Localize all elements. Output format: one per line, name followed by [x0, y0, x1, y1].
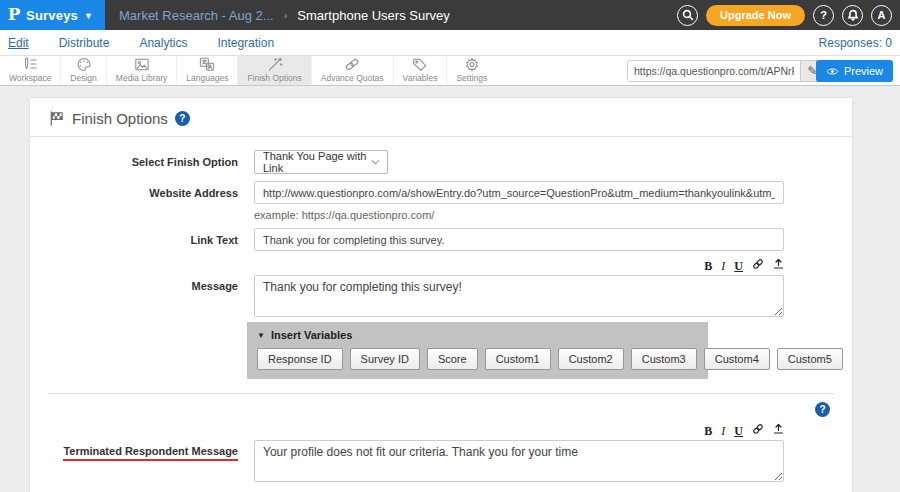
- link-text-row: Link Text: [30, 228, 852, 251]
- website-address-label: Website Address: [30, 181, 238, 199]
- website-address-input[interactable]: [254, 181, 784, 204]
- terminated-message-textarea[interactable]: Your profile does not fit our criteria. …: [254, 440, 784, 482]
- help-button[interactable]: ?: [813, 5, 834, 26]
- toolbar-item-design[interactable]: Design: [60, 56, 105, 85]
- upload-icon: [773, 258, 784, 270]
- select-finish-option-label: Select Finish Option: [30, 150, 238, 168]
- settings-icon: [463, 57, 481, 72]
- toolbar-item-advance-quotas[interactable]: Advance Quotas: [311, 56, 393, 85]
- survey-url-box: ✎: [627, 60, 825, 82]
- caret-down-icon: ▼: [257, 331, 265, 340]
- terminated-help-icon[interactable]: ?: [815, 402, 830, 417]
- brand-name: Surveys: [26, 8, 78, 23]
- languages-icon: [198, 57, 216, 72]
- toolbar-item-finish-options[interactable]: Finish Options: [237, 56, 310, 85]
- preview-label: Preview: [844, 65, 883, 77]
- breadcrumb-separator-icon: ›: [284, 9, 288, 21]
- breadcrumb-folder[interactable]: Market Research - Aug 2...: [119, 8, 274, 23]
- message-row: Message B I U: [30, 258, 852, 379]
- message-editor-toolbar: B I U: [254, 258, 784, 273]
- workspace-icon: [21, 57, 39, 72]
- variable-buttons: Response ID Survey ID Score Custom1 Cust…: [257, 348, 698, 370]
- search-button[interactable]: [677, 5, 698, 26]
- select-finish-option-row: Select Finish Option Thank You Page with…: [30, 150, 852, 174]
- finish-options-card: Finish Options ? Select Finish Option Th…: [30, 98, 852, 492]
- variable-button-custom1[interactable]: Custom1: [485, 348, 551, 370]
- italic-button[interactable]: I: [721, 425, 725, 437]
- terminated-editor-toolbar: B I U: [254, 423, 784, 438]
- tab-distribute[interactable]: Distribute: [59, 36, 110, 50]
- eye-icon: [826, 67, 839, 76]
- toolbar-item-languages[interactable]: Languages: [176, 56, 237, 85]
- variable-button-custom4[interactable]: Custom4: [704, 348, 770, 370]
- variable-button-custom5[interactable]: Custom5: [777, 348, 843, 370]
- variable-button-custom2[interactable]: Custom2: [558, 348, 624, 370]
- breadcrumb-survey-name: Smartphone Users Survey: [297, 8, 449, 23]
- toolbar-item-media-library[interactable]: Media Library: [106, 56, 177, 85]
- finish-options-icon: [266, 57, 284, 72]
- questionpro-logo-icon: P: [8, 7, 21, 23]
- section-divider: [48, 393, 834, 394]
- link-text-input[interactable]: [254, 228, 784, 251]
- preview-button[interactable]: Preview: [816, 60, 893, 82]
- bold-button[interactable]: B: [704, 425, 712, 437]
- finish-flag-icon: [48, 110, 65, 127]
- link-icon: [752, 423, 764, 435]
- tab-edit[interactable]: Edit: [8, 36, 29, 50]
- insert-variables-toggle[interactable]: ▼ Insert Variables: [257, 329, 698, 341]
- message-textarea[interactable]: Thank you for completing this survey!: [254, 275, 784, 317]
- variable-button-response-id[interactable]: Response ID: [257, 348, 343, 370]
- responses-count[interactable]: Responses: 0: [819, 36, 892, 50]
- image-upload-button[interactable]: [773, 258, 784, 273]
- surveys-menu[interactable]: P Surveys ▼: [0, 0, 105, 30]
- underline-button[interactable]: U: [734, 260, 743, 272]
- bell-icon: [847, 9, 859, 21]
- website-address-example: example: https://qa.questionpro.com/: [254, 209, 784, 221]
- tab-integration[interactable]: Integration: [217, 36, 274, 50]
- message-label: Message: [30, 258, 238, 292]
- finish-option-selected-value: Thank You Page with Link: [263, 150, 371, 174]
- terminated-message-label: Terminated Respondent Message: [30, 423, 238, 461]
- tab-bar: Edit Distribute Analytics Integration Re…: [0, 30, 900, 56]
- media-library-icon: [133, 57, 151, 72]
- toolbar-item-label: Languages: [186, 73, 228, 83]
- upgrade-now-button[interactable]: Upgrade Now: [706, 5, 805, 26]
- toolbar-item-label: Media Library: [116, 73, 168, 83]
- terminated-message-row: Terminated Respondent Message B I U: [30, 423, 852, 485]
- card-header: Finish Options ?: [30, 98, 852, 137]
- finish-options-form: Select Finish Option Thank You Page with…: [30, 137, 852, 492]
- chevron-down-icon: ▼: [84, 11, 93, 21]
- finish-option-select[interactable]: Thank You Page with Link: [254, 150, 388, 174]
- toolbar-item-label: Settings: [456, 73, 487, 83]
- finish-options-help-icon[interactable]: ?: [175, 111, 190, 126]
- survey-url-input[interactable]: [628, 61, 800, 81]
- terminated-label-underlined: Terminated Respondent Message: [63, 445, 238, 461]
- insert-variables-panel: ▼ Insert Variables Response ID Survey ID…: [247, 322, 708, 379]
- notifications-button[interactable]: [842, 5, 863, 26]
- variable-button-score[interactable]: Score: [427, 348, 478, 370]
- variable-button-survey-id[interactable]: Survey ID: [350, 348, 420, 370]
- underline-button[interactable]: U: [734, 425, 743, 437]
- advance-quotas-icon: [343, 57, 361, 72]
- toolbar-item-settings[interactable]: Settings: [446, 56, 496, 85]
- avatar-letter: A: [878, 9, 886, 21]
- toolbar-item-label: Design: [70, 73, 96, 83]
- toolbar-item-variables[interactable]: Variables: [393, 56, 447, 85]
- image-upload-button[interactable]: [773, 423, 784, 438]
- search-icon: [682, 9, 694, 21]
- bold-button[interactable]: B: [704, 260, 712, 272]
- toolbar-item-label: Workspace: [9, 73, 51, 83]
- toolbar-item-workspace[interactable]: Workspace: [0, 56, 60, 85]
- toolbar-item-label: Variables: [403, 73, 438, 83]
- insert-variables-title: Insert Variables: [271, 329, 352, 341]
- chevron-down-icon: [371, 159, 380, 165]
- link-icon: [752, 258, 764, 270]
- design-icon: [75, 57, 93, 72]
- avatar[interactable]: A: [871, 5, 892, 26]
- tab-analytics[interactable]: Analytics: [139, 36, 187, 50]
- insert-link-button[interactable]: [752, 423, 764, 438]
- variable-button-custom3[interactable]: Custom3: [631, 348, 697, 370]
- insert-link-button[interactable]: [752, 258, 764, 273]
- page-title: Finish Options: [72, 110, 168, 127]
- italic-button[interactable]: I: [721, 260, 725, 272]
